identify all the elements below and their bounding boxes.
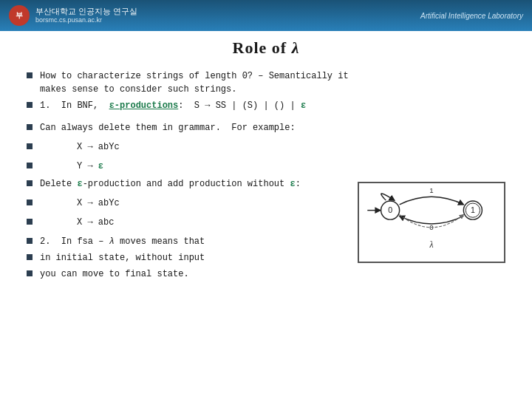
epsilon-productions-label: ε-productions <box>109 100 179 111</box>
bullet-item-3: Can always delete them in grammar. For e… <box>27 121 505 134</box>
bullet-square-3 <box>27 124 33 130</box>
bullet-square-4 <box>27 143 33 149</box>
slide-title: Role of λ <box>27 38 505 58</box>
indent-text-3: X → abYc <box>40 197 346 210</box>
svg-text:1: 1 <box>471 205 475 214</box>
fsa-diagram: 0 1 1 0 λ <box>358 182 505 263</box>
bottom-text-area: X → abYc X → abc 2. In fsa – λ moves mea… <box>27 197 346 287</box>
epsilon-symbol-2: ε <box>98 161 103 171</box>
lambda-symbol: λ <box>292 38 300 57</box>
svg-text:λ: λ <box>429 240 433 250</box>
university-title: 부산대학교 인공지능 연구실 borsmc.cs.pusan.ac.kr <box>35 6 137 25</box>
bullet-text-3: Can always delete them in grammar. For e… <box>40 121 505 134</box>
bullet-square-11 <box>27 270 33 276</box>
indent-item-1: X → abYc <box>27 140 505 154</box>
lab-name-header: Artificial Intelligence Laboratory <box>420 12 523 20</box>
svg-text:0: 0 <box>388 205 392 214</box>
fsa-svg: 0 1 1 0 λ <box>359 183 504 262</box>
bullet-square-8 <box>27 219 33 225</box>
bullet-square-10 <box>27 254 33 260</box>
bullet-text-6: in initial state, without input <box>40 251 346 265</box>
bullet-square-5 <box>27 163 33 168</box>
bullet-square-1 <box>27 72 33 78</box>
bullet-text-5: 2. In fsa – λ moves means that <box>40 235 346 248</box>
university-logo: 부 <box>9 5 30 26</box>
header-bar: 부 부산대학교 인공지능 연구실 borsmc.cs.pusan.ac.kr A… <box>0 0 532 31</box>
bullet-text-1: How to characterize strings of length 0?… <box>40 69 505 96</box>
indent-text-2: Y → ε <box>40 160 505 173</box>
slide-content: Role of λ How to characterize strings of… <box>0 31 532 294</box>
bullet-item-1: How to characterize strings of length 0?… <box>27 69 505 96</box>
bullet-square-2 <box>27 102 33 108</box>
indent-item-2: Y → ε <box>27 160 505 173</box>
header-left: 부 부산대학교 인공지능 연구실 borsmc.cs.pusan.ac.kr <box>9 5 137 26</box>
epsilon-symbol-4: ε <box>290 179 295 189</box>
bullet-item-5: 2. In fsa – λ moves means that <box>27 235 346 248</box>
indent-text-4: X → abc <box>40 216 346 229</box>
bullet-item-7: you can move to final state. <box>27 267 346 281</box>
indent-text-1: X → abYc <box>40 140 505 154</box>
svg-text:1: 1 <box>429 186 433 194</box>
indent-item-3: X → abYc <box>27 197 346 210</box>
bullet-text-2: 1. In BNF, ε-productions: S → SS | (S) |… <box>40 99 505 112</box>
bullet-square-7 <box>27 200 33 205</box>
bullet-item-6: in initial state, without input <box>27 251 346 265</box>
epsilon-symbol-3: ε <box>77 179 82 189</box>
lambda-symbol-2: λ <box>109 236 115 247</box>
bullet-item-2: 1. In BNF, ε-productions: S → SS | (S) |… <box>27 99 505 112</box>
epsilon-symbol-1: ε <box>301 100 306 111</box>
bullet-square-6 <box>27 180 33 186</box>
bullet-square-9 <box>27 238 33 244</box>
indent-item-4: X → abc <box>27 216 346 229</box>
bullet-text-7: you can move to final state. <box>40 267 346 281</box>
bottom-section: X → abYc X → abc 2. In fsa – λ moves mea… <box>27 197 505 287</box>
